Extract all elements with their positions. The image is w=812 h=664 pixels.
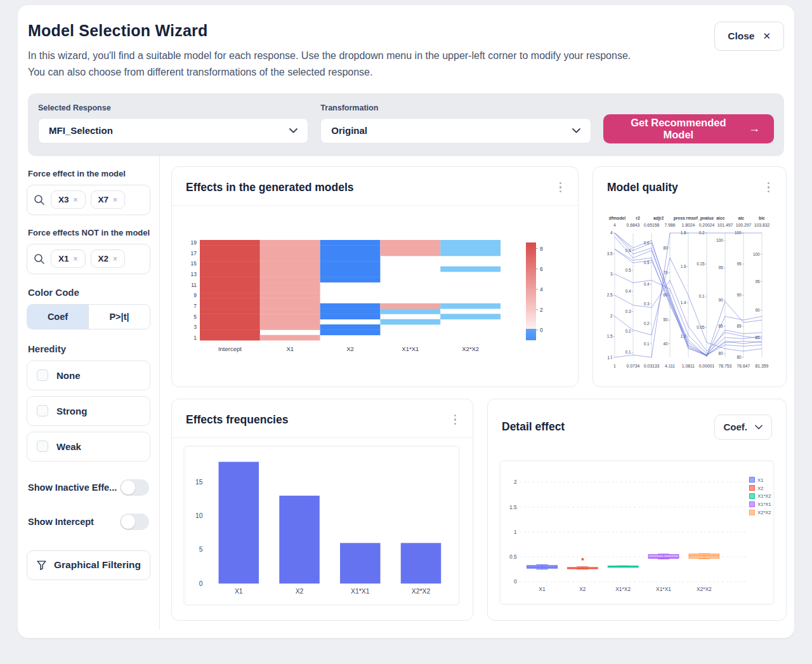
svg-text:100: 100 bbox=[716, 238, 723, 242]
svg-text:aic: aic bbox=[738, 216, 745, 220]
svg-text:X1*X1: X1*X1 bbox=[351, 588, 370, 595]
svg-text:95: 95 bbox=[718, 265, 723, 270]
show-intercept-row: Show Intercept bbox=[28, 514, 149, 530]
force-out-search-input[interactable]: X1×X2× bbox=[27, 244, 150, 274]
detail-effect-title: Detail effect bbox=[502, 420, 565, 434]
transformation-dropdown[interactable]: Original bbox=[320, 118, 591, 143]
svg-text:15: 15 bbox=[191, 261, 197, 267]
svg-text:85: 85 bbox=[737, 324, 742, 329]
chevron-down-icon bbox=[572, 128, 580, 133]
effects-frequencies-bar-chart[interactable]: 051015X1X2X1*X1X2*X2 bbox=[183, 446, 460, 606]
model-quality-title: Model quality bbox=[607, 181, 678, 194]
kebab-menu-icon[interactable] bbox=[557, 180, 565, 196]
chip-label: X1 bbox=[58, 254, 69, 263]
chip-label: X7 bbox=[98, 195, 109, 204]
svg-text:7: 7 bbox=[193, 303, 197, 309]
graphical-filtering-label: Graphical Filtering bbox=[54, 559, 141, 571]
svg-text:0.3: 0.3 bbox=[625, 309, 631, 314]
effects-heatmap-chart[interactable]: 135791113151719InterceptX1X2X1*X1X2*X286… bbox=[183, 236, 565, 367]
svg-text:1: 1 bbox=[514, 529, 517, 535]
close-button[interactable]: Close ✕ bbox=[714, 22, 784, 51]
kebab-menu-icon[interactable] bbox=[452, 412, 459, 428]
svg-text:rmsef_pvalue: rmsef_pvalue bbox=[686, 216, 714, 221]
svg-text:X2: X2 bbox=[579, 586, 586, 592]
svg-text:0.03133: 0.03133 bbox=[644, 364, 660, 368]
detail-effect-panel: Detail effect Coef. 00.511.52X1X2X1*X2X1… bbox=[487, 399, 787, 621]
svg-text:0.15: 0.15 bbox=[697, 262, 705, 267]
chip-remove-icon[interactable]: × bbox=[113, 196, 117, 204]
close-button-label: Close bbox=[728, 30, 754, 42]
svg-text:2.5: 2.5 bbox=[607, 293, 613, 298]
svg-text:5: 5 bbox=[193, 314, 197, 320]
heredity-option-none[interactable]: None bbox=[27, 361, 150, 390]
svg-text:X1*X2: X1*X2 bbox=[615, 586, 631, 592]
svg-text:95: 95 bbox=[755, 279, 760, 284]
force-out-label: Force effects NOT in the model bbox=[28, 228, 150, 237]
svg-text:1: 1 bbox=[610, 355, 613, 360]
svg-text:X2*X2: X2*X2 bbox=[697, 586, 712, 592]
selected-response-value: MFI_Selection bbox=[49, 125, 113, 136]
description-line-1: In this wizard, you'll find a suitable m… bbox=[28, 48, 694, 64]
svg-text:1.4: 1.4 bbox=[681, 300, 686, 305]
transformation-field: Transformation Original bbox=[320, 103, 591, 143]
get-recommended-model-button[interactable]: Get Recommended Model → bbox=[603, 114, 774, 143]
heredity-option-strong[interactable]: Strong bbox=[27, 396, 150, 426]
svg-text:10: 10 bbox=[195, 513, 203, 520]
detail-effect-metric-dropdown[interactable]: Coef. bbox=[714, 415, 773, 440]
svg-text:0: 0 bbox=[540, 327, 543, 333]
svg-text:1: 1 bbox=[607, 355, 610, 360]
color-code-option-pt[interactable]: P>|t| bbox=[88, 305, 150, 329]
svg-text:0.0734: 0.0734 bbox=[627, 364, 640, 368]
model-quality-parallel-chart[interactable]: 43.532.521.510.60.50.40.30.20.10.60.50.4… bbox=[602, 214, 771, 373]
svg-text:3: 3 bbox=[610, 272, 613, 277]
svg-text:11: 11 bbox=[191, 282, 197, 288]
charts-area: Effects in the generated models 13579111… bbox=[160, 156, 794, 630]
svg-text:0.3: 0.3 bbox=[644, 302, 650, 306]
detail-effect-box-chart[interactable]: 00.511.52X1X2X1*X2X1*X1X2*X2X1X2X1*X2X1*… bbox=[499, 460, 775, 605]
show-inactive-effects-toggle[interactable] bbox=[120, 479, 149, 496]
response-toolbar: Selected Response MFI_Selection Transfor… bbox=[28, 93, 784, 156]
selected-response-dropdown[interactable]: MFI_Selection bbox=[38, 118, 308, 143]
svg-text:X2*X2: X2*X2 bbox=[462, 345, 479, 352]
svg-text:X2*X2: X2*X2 bbox=[412, 588, 431, 595]
chip-x2[interactable]: X2× bbox=[91, 249, 126, 268]
chevron-down-icon bbox=[755, 425, 763, 430]
svg-text:0.2: 0.2 bbox=[625, 329, 631, 333]
chip-x1[interactable]: X1× bbox=[51, 249, 86, 268]
svg-text:0.20024: 0.20024 bbox=[699, 223, 715, 227]
svg-text:90: 90 bbox=[718, 298, 723, 302]
svg-text:17: 17 bbox=[191, 250, 197, 256]
svg-text:1.6: 1.6 bbox=[681, 264, 686, 269]
svg-text:r2: r2 bbox=[636, 216, 640, 220]
checkbox[interactable] bbox=[37, 369, 48, 381]
checkbox[interactable] bbox=[37, 405, 48, 416]
chip-remove-icon[interactable]: × bbox=[74, 255, 78, 263]
force-in-search-input[interactable]: X3×X7× bbox=[27, 185, 150, 215]
detail-effect-metric-value: Coef. bbox=[724, 422, 748, 432]
svg-text:press: press bbox=[674, 216, 685, 221]
svg-text:4.111: 4.111 bbox=[665, 364, 675, 368]
graphical-filtering-button[interactable]: Graphical Filtering bbox=[27, 550, 150, 580]
checkbox[interactable] bbox=[37, 441, 48, 452]
svg-text:0.2: 0.2 bbox=[644, 322, 650, 326]
cta-label: Get Recommended Model bbox=[617, 117, 740, 141]
chip-x7[interactable]: X7× bbox=[91, 190, 126, 209]
svg-text:100: 100 bbox=[753, 252, 760, 256]
heredity-option-weak[interactable]: Weak bbox=[27, 432, 150, 461]
svg-text:X1: X1 bbox=[286, 345, 294, 352]
heredity-label: Heredity bbox=[28, 343, 150, 354]
chip-remove-icon[interactable]: × bbox=[113, 255, 117, 263]
svg-text:2: 2 bbox=[610, 314, 613, 318]
chip-x3[interactable]: X3× bbox=[51, 190, 86, 209]
svg-text:4: 4 bbox=[610, 231, 613, 236]
chip-remove-icon[interactable]: × bbox=[74, 196, 78, 204]
svg-text:0.5: 0.5 bbox=[509, 554, 517, 560]
svg-text:80: 80 bbox=[737, 355, 742, 360]
color-code-option-coef[interactable]: Coef bbox=[27, 305, 88, 329]
page-title: Model Selection Wizard bbox=[28, 22, 784, 40]
heredity-option-label: None bbox=[56, 370, 81, 381]
show-intercept-toggle[interactable] bbox=[120, 514, 149, 530]
heredity-option-label: Weak bbox=[56, 441, 81, 452]
kebab-menu-icon[interactable] bbox=[765, 180, 773, 196]
svg-text:4: 4 bbox=[613, 223, 616, 227]
